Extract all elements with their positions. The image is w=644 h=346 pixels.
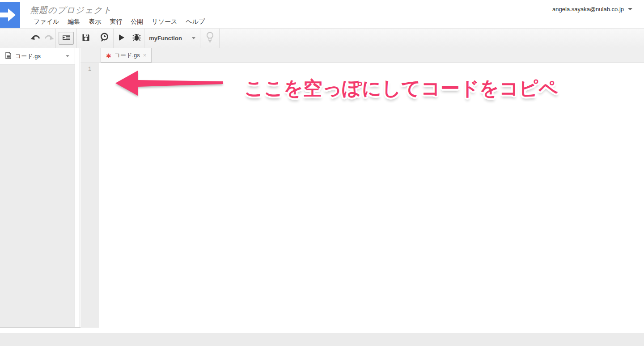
save-button[interactable] xyxy=(77,29,95,48)
editor-tab-bar: ✱ コード.gs × xyxy=(80,48,644,63)
main-content: コード.gs ✱ コード.gs × 1 ここを空っぽにしてコードをコピペ xyxy=(0,48,644,328)
indent-button[interactable] xyxy=(59,32,74,45)
account-menu[interactable]: angela.sayaka@nulab.co.jp xyxy=(552,6,632,13)
menu-bar: ファイル 編集 表示 実行 公開 リソース ヘルプ xyxy=(34,18,205,26)
file-name: コード.gs xyxy=(15,52,41,60)
menu-help[interactable]: ヘルプ xyxy=(186,18,205,26)
files-sidebar: コード.gs xyxy=(0,48,75,327)
code-editor-region: 1 ここを空っぽにしてコードをコピペ xyxy=(80,63,644,328)
run-button[interactable] xyxy=(114,29,129,48)
tab-close-icon[interactable]: × xyxy=(143,52,147,59)
header-bar: 無題のプロジェクト ファイル 編集 表示 実行 公開 リソース ヘルプ ange… xyxy=(0,0,644,28)
chevron-down-icon xyxy=(628,8,632,10)
toolbar-separator xyxy=(219,29,220,48)
execution-history-icon xyxy=(100,33,109,44)
menu-file[interactable]: ファイル xyxy=(34,18,59,26)
tab-label: コード.gs xyxy=(114,51,140,59)
project-title[interactable]: 無題のプロジェクト xyxy=(30,4,112,16)
toolbar-separator xyxy=(55,29,56,48)
editor-panel: ✱ コード.gs × 1 ここを空っぽにしてコードをコピペ xyxy=(80,48,644,327)
toolbar: myFunction xyxy=(0,28,644,48)
function-selector-dropdown[interactable]: myFunction xyxy=(144,29,200,48)
execution-history-button[interactable] xyxy=(95,29,113,48)
chevron-down-icon xyxy=(192,37,195,39)
menu-run[interactable]: 実行 xyxy=(110,18,122,26)
file-menu-chevron-icon[interactable] xyxy=(66,55,69,57)
function-selector-value: myFunction xyxy=(149,35,182,42)
code-editor[interactable] xyxy=(99,63,644,328)
save-icon xyxy=(82,34,90,43)
undo-icon xyxy=(30,34,41,42)
suggestion-button[interactable] xyxy=(200,29,219,48)
lightbulb-icon xyxy=(206,32,214,45)
line-number-gutter: 1 xyxy=(80,63,99,328)
indent-icon xyxy=(62,34,70,42)
bottom-bar xyxy=(0,333,644,346)
sidebar-item-code-gs[interactable]: コード.gs xyxy=(0,48,75,64)
account-email: angela.sayaka@nulab.co.jp xyxy=(552,6,624,13)
undo-button[interactable] xyxy=(29,29,42,48)
apps-script-logo xyxy=(0,2,20,28)
line-number: 1 xyxy=(80,66,99,72)
menu-edit[interactable]: 編集 xyxy=(68,18,80,26)
arrow-right-icon xyxy=(0,2,20,28)
tab-code-gs[interactable]: ✱ コード.gs × xyxy=(101,48,152,63)
menu-resources[interactable]: リソース xyxy=(152,18,177,26)
menu-view[interactable]: 表示 xyxy=(89,18,101,26)
sidebar-splitter[interactable] xyxy=(76,48,80,327)
run-icon xyxy=(118,34,125,43)
debug-button[interactable] xyxy=(129,29,144,48)
menu-publish[interactable]: 公開 xyxy=(131,18,143,26)
redo-icon xyxy=(44,34,54,42)
redo-button[interactable] xyxy=(42,29,55,48)
unsaved-marker: ✱ xyxy=(106,53,111,59)
debug-icon xyxy=(132,34,141,43)
file-document-icon xyxy=(5,52,11,61)
